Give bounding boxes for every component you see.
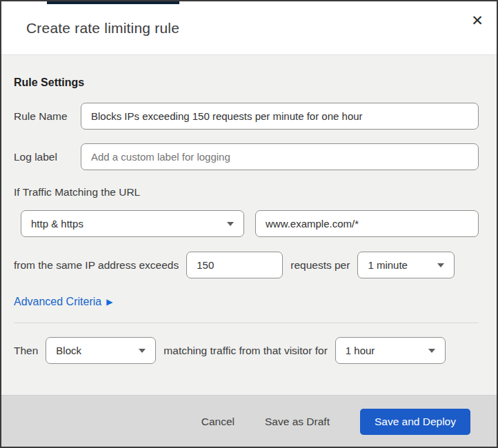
rule-name-input[interactable] (81, 103, 479, 130)
cancel-button[interactable]: Cancel (201, 416, 235, 428)
rate-sentence-middle: requests per (290, 259, 350, 272)
period-select-value: 1 minute (368, 259, 408, 271)
then-action-row: Then Block matching traffic from that vi… (14, 337, 479, 364)
chevron-down-icon (139, 349, 146, 353)
top-edge-gap (3, 1, 47, 3)
url-pattern-input[interactable] (255, 210, 479, 237)
advanced-criteria-label: Advanced Criteria (14, 296, 101, 308)
duration-select[interactable]: 1 hour (335, 337, 446, 364)
chevron-down-icon (428, 349, 435, 353)
then-sentence-prefix: Then (14, 345, 38, 357)
rule-settings-heading: Rule Settings (14, 77, 479, 89)
then-sentence-middle: matching traffic from that visitor for (163, 345, 327, 357)
log-label-row: Log label (14, 143, 479, 170)
dialog-header: Create rate limiting rule ✕ (1, 1, 497, 55)
rate-sentence-prefix: from the same IP address exceeds (14, 259, 179, 272)
action-select[interactable]: Block (46, 337, 156, 364)
rule-name-row: Rule Name (14, 103, 479, 130)
requests-count-input[interactable] (186, 252, 283, 278)
url-match-row: http & https (21, 210, 479, 237)
scheme-select-value: http & https (31, 218, 83, 230)
create-rate-limiting-rule-dialog: Create rate limiting rule ✕ Rule Setting… (0, 0, 498, 448)
advanced-criteria-link[interactable]: Advanced Criteria ▶ (14, 296, 112, 308)
chevron-down-icon (227, 222, 234, 226)
dialog-body: Rule Settings Rule Name Log label If Tra… (1, 55, 497, 395)
close-icon[interactable]: ✕ (466, 10, 488, 32)
rate-threshold-row: from the same IP address exceeds request… (14, 252, 479, 278)
dialog-footer: Cancel Save as Draft Save and Deploy (1, 395, 497, 448)
log-label-input[interactable] (81, 143, 479, 170)
traffic-match-heading: If Traffic Matching the URL (14, 186, 479, 198)
rule-name-label: Rule Name (14, 110, 81, 123)
chevron-down-icon (437, 263, 444, 267)
section-divider (14, 323, 479, 323)
save-and-deploy-button[interactable]: Save and Deploy (360, 409, 470, 435)
scheme-select[interactable]: http & https (21, 210, 244, 237)
page-title: Create rate limiting rule (26, 20, 179, 37)
duration-select-value: 1 hour (346, 345, 375, 356)
top-accent-bar (47, 1, 179, 4)
action-select-value: Block (56, 345, 81, 356)
save-as-draft-button[interactable]: Save as Draft (265, 416, 330, 428)
arrow-right-icon: ▶ (106, 297, 112, 307)
period-select[interactable]: 1 minute (357, 252, 455, 278)
log-label-label: Log label (14, 151, 81, 163)
